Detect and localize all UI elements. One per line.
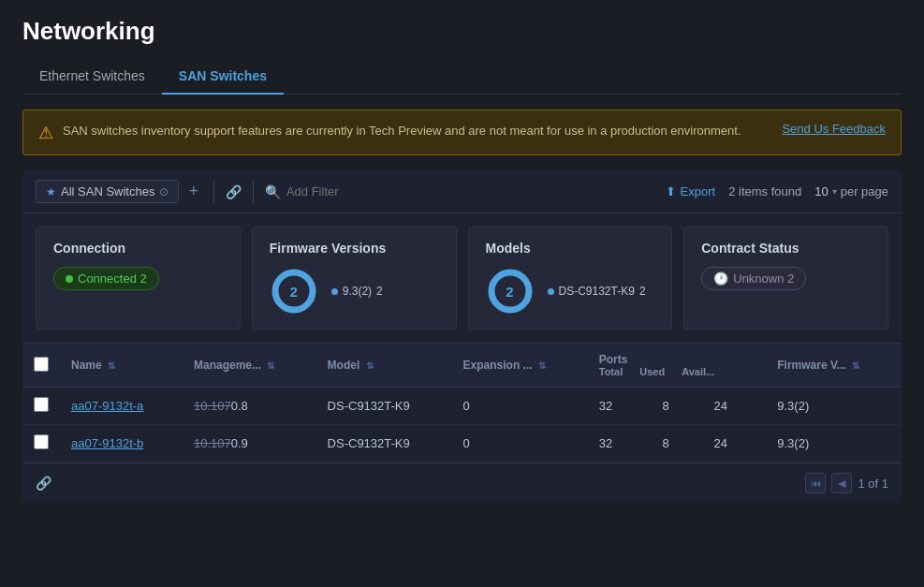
- table-row: aa07-9132t-b 10.1070.9 DS-C9132T-K9 0 32…: [22, 425, 902, 462]
- models-legend-dot: [548, 288, 554, 295]
- row1-management: 10.1070.8: [183, 388, 316, 425]
- row2-firmware: 9.3(2): [766, 425, 902, 462]
- models-card-content: 2 DS-C9132T-K9 2: [486, 267, 655, 316]
- firmware-legend: 9.3(2) 2: [331, 285, 383, 298]
- filter-tab-settings-icon[interactable]: ⊙: [159, 185, 169, 198]
- models-legend: DS-C9132T-K9 2: [548, 285, 646, 298]
- search-area: 🔍: [265, 184, 658, 199]
- contract-card-content: 🕐 Unknown 2: [701, 267, 871, 290]
- san-switches-table: Name ⇅ Manageme... ⇅ Model ⇅ Expansion .…: [22, 344, 902, 462]
- ports-group-label: Ports: [599, 353, 628, 366]
- row1-checkbox[interactable]: [34, 397, 49, 412]
- all-san-switches-tab[interactable]: ★ All SAN Switches ⊙: [36, 180, 179, 203]
- row2-total: 32: [588, 425, 652, 462]
- connected-label: Connected 2: [78, 271, 147, 286]
- chevron-down-icon: ▾: [832, 186, 837, 197]
- row2-checkbox[interactable]: [34, 434, 49, 449]
- search-input[interactable]: [286, 184, 658, 198]
- connection-card-content: Connected 2: [53, 267, 223, 290]
- sort-icon-model[interactable]: ⇅: [366, 360, 374, 371]
- row1-mgmt-strike: 10.107: [194, 399, 231, 413]
- row1-name: aa07-9132t-a: [60, 388, 183, 425]
- row1-expansion: 0: [452, 388, 588, 425]
- content-area: ★ All SAN Switches ⊙ + 🔗 🔍 ⬆ Export 2 it…: [0, 170, 924, 503]
- select-all-checkbox[interactable]: [34, 357, 49, 372]
- row2-mgmt-strike: 10.107: [194, 436, 231, 450]
- header-firmware: Firmware V... ⇅: [766, 344, 902, 388]
- header-model: Model ⇅: [316, 344, 452, 388]
- footer-link-icon: 🔗: [36, 476, 51, 491]
- unknown-badge: 🕐 Unknown 2: [701, 267, 806, 290]
- add-filter-tab-button[interactable]: +: [184, 182, 202, 201]
- warning-icon: ⚠: [38, 123, 53, 143]
- models-donut-value: 2: [506, 284, 513, 300]
- pagination: ⏮ ◀ 1 of 1: [805, 473, 888, 493]
- sort-icon-expansion[interactable]: ⇅: [538, 360, 546, 371]
- models-card-title: Models: [486, 241, 655, 256]
- tabs-bar: Ethernet Switches SAN Switches: [22, 59, 902, 95]
- table-container: Name ⇅ Manageme... ⇅ Model ⇅ Expansion .…: [22, 344, 902, 462]
- filter-tab-label: All SAN Switches: [61, 184, 154, 198]
- row2-name: aa07-9132t-b: [60, 425, 183, 462]
- connected-badge: Connected 2: [53, 267, 159, 290]
- row1-used: 8: [651, 388, 702, 425]
- unknown-label: Unknown 2: [733, 271, 794, 286]
- per-page-selector[interactable]: 10 ▾ per page: [814, 184, 888, 198]
- sort-icon-firmware[interactable]: ⇅: [852, 360, 859, 371]
- banner-link[interactable]: Send Us Feedback: [782, 122, 886, 136]
- firmware-card-title: Firmware Versions: [270, 241, 439, 256]
- row1-model: DS-C9132T-K9: [316, 388, 452, 425]
- models-legend-item: DS-C9132T-K9 2: [548, 285, 646, 298]
- filter-tab-group: ★ All SAN Switches ⊙ +: [36, 180, 202, 203]
- banner-text: SAN switches inventory support features …: [63, 122, 769, 140]
- models-legend-label: DS-C9132T-K9: [559, 285, 635, 298]
- firmware-card-content: 2 9.3(2) 2: [270, 267, 439, 316]
- tab-ethernet[interactable]: Ethernet Switches: [22, 59, 162, 95]
- header-checkbox-cell: [22, 344, 60, 388]
- header-used: Used: [639, 366, 665, 377]
- firmware-legend-dot: [331, 288, 338, 295]
- filter-section: ★ All SAN Switches ⊙ + 🔗 🔍 ⬆ Export 2 it…: [22, 170, 902, 213]
- row1-name-link[interactable]: aa07-9132t-a: [71, 399, 143, 413]
- row1-total: 32: [588, 388, 652, 425]
- header-ports-group: Ports Total Used Avail...: [588, 344, 767, 388]
- filter-divider: [213, 181, 214, 203]
- header-expansion: Expansion ... ⇅: [452, 344, 588, 388]
- sort-icon-management[interactable]: ⇅: [267, 360, 274, 371]
- page-header: Networking Ethernet Switches SAN Switche…: [0, 0, 924, 95]
- row1-checkbox-cell: [22, 388, 60, 425]
- row2-checkbox-cell: [22, 425, 60, 462]
- export-label: Export: [681, 184, 716, 198]
- tab-san[interactable]: SAN Switches: [162, 59, 284, 95]
- page-indicator: 1 of 1: [858, 477, 888, 491]
- page-first-button[interactable]: ⏮: [805, 473, 826, 493]
- models-donut: 2: [486, 267, 535, 316]
- firmware-legend-label: 9.3(2): [343, 285, 372, 298]
- filter-right: ⬆ Export 2 items found 10 ▾ per page: [666, 184, 888, 198]
- unknown-icon: 🕐: [713, 271, 728, 286]
- sort-icon-name[interactable]: ⇅: [108, 360, 115, 371]
- export-button[interactable]: ⬆ Export: [666, 184, 716, 198]
- ports-sub-headers: Total Used Avail...: [599, 366, 714, 377]
- table-footer: 🔗 ⏮ ◀ 1 of 1: [22, 462, 902, 503]
- connection-card: Connection Connected 2: [36, 227, 241, 330]
- firmware-card: Firmware Versions 2 9.3(2) 2: [252, 227, 457, 330]
- row2-name-link[interactable]: aa07-9132t-b: [71, 436, 143, 450]
- row1-mgmt-end: 0.8: [231, 399, 248, 413]
- items-found: 2 items found: [728, 184, 801, 198]
- per-page-label: per page: [841, 184, 888, 198]
- row2-management: 10.1070.9: [183, 425, 316, 462]
- filter-divider-2: [253, 181, 254, 203]
- row2-avail: 24: [702, 425, 766, 462]
- models-legend-count: 2: [639, 285, 646, 298]
- row1-firmware: 9.3(2): [766, 388, 902, 425]
- header-avail: Avail...: [682, 366, 714, 377]
- firmware-legend-count: 2: [376, 285, 383, 298]
- row2-model: DS-C9132T-K9: [316, 425, 452, 462]
- search-icon: 🔍: [265, 184, 281, 199]
- page-title: Networking: [22, 17, 902, 46]
- contract-card: Contract Status 🕐 Unknown 2: [683, 227, 888, 330]
- header-total: Total: [599, 366, 623, 377]
- page-prev-button[interactable]: ◀: [831, 473, 852, 493]
- header-management: Manageme... ⇅: [183, 344, 316, 388]
